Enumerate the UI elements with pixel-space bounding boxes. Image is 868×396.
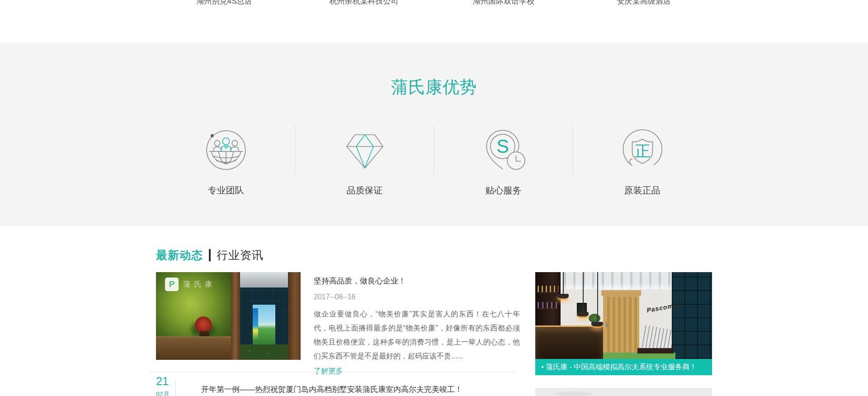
diamond-icon [341, 128, 389, 171]
read-more-link[interactable]: 了解更多 [314, 367, 343, 376]
featured-article: 坚持高品质，做良心企业！ 2017--08--16 做企业要做良心，“物美价廉”… [314, 276, 520, 376]
pendant-lamp [577, 272, 590, 318]
partner-item[interactable]: 杭州余杭某科技公司 [330, 0, 399, 6]
news-item-date-divider [175, 380, 176, 396]
green-carpet [603, 353, 675, 359]
feature-label: 专业团队 [156, 184, 295, 197]
featured-article-excerpt: 做企业要做良心，“物美价廉”其实是害人的东西！在七八十年代，电视上面播得最多的是… [314, 307, 520, 363]
news-item-month: 02月 [156, 391, 170, 396]
promo-image: Pascomm [535, 272, 712, 359]
service-pin-clock-icon: S [481, 127, 526, 172]
news-heading: 最新动态 行业资讯 [156, 248, 264, 263]
featured-article-title[interactable]: 坚持高品质，做良心企业！ [314, 276, 520, 286]
partner-item[interactable]: 湖州别克4S总店 [197, 0, 252, 6]
door-lintel [601, 290, 641, 296]
partner-item[interactable]: 湖州国际双语学校 [473, 0, 534, 6]
promo-banner[interactable]: Pascomm • 蒲氏康 - 中国高端模拟高尔夫系统专业服务商！ [535, 272, 712, 375]
wood-counter [156, 336, 231, 360]
feature-label: 品质保证 [295, 184, 434, 197]
pendant-lamp [591, 272, 604, 328]
feature-genuine: 正 原装正品 [573, 127, 712, 197]
door-handle [606, 323, 608, 327]
brand-wall-text: 蒲氏康 [183, 280, 216, 289]
feature-label: 原装正品 [573, 184, 712, 197]
news-item-day: 21 [156, 375, 169, 388]
icon-box: 正 [573, 127, 712, 173]
svg-text:S: S [496, 136, 509, 157]
advantages-title: 蒲氏康优势 [0, 42, 868, 99]
bottles-row [538, 302, 558, 309]
news-item-title[interactable]: 开年第一例——热烈祝贺厦门岛内高档别墅安装蒲氏康室内高尔夫完美竣工！ [201, 384, 462, 395]
partner-item[interactable]: 安庆某高级酒店 [617, 0, 671, 6]
icon-box [156, 127, 295, 173]
advantages-section: 蒲氏康优势 [0, 42, 868, 226]
svg-text:正: 正 [634, 142, 650, 160]
news-heading-primary: 最新动态 [156, 248, 203, 263]
icon-box: S [434, 127, 573, 173]
news-section: 最新动态 行业资讯 P 蒲氏康 坚持高品质，做良心企业！ 2017--08--1… [0, 226, 868, 396]
feature-team: 专业团队 [156, 127, 295, 197]
heading-divider-bar [209, 249, 211, 261]
brand-logo-badge: P [165, 278, 179, 291]
next-section-block [535, 388, 712, 396]
golf-screen-banner [253, 308, 258, 340]
bottles-row [538, 286, 558, 293]
featured-article-image[interactable]: P 蒲氏康 [156, 272, 301, 360]
featured-article-date: 2017--08--16 [314, 293, 520, 301]
wood-pillar [231, 272, 240, 360]
feature-quality: 品质保证 [295, 127, 434, 197]
icon-box [295, 127, 434, 173]
partners-strip: 湖州别克4S总店 杭州余杭某科技公司 湖州国际双语学校 安庆某高级酒店 [0, 0, 868, 42]
pendant-lamp [557, 272, 570, 300]
bar-counter [535, 325, 603, 359]
room-ceiling [240, 272, 288, 288]
green-turf-floor [240, 344, 288, 360]
golf-club-rack-base [637, 348, 674, 354]
genuine-shield-icon: 正 [620, 127, 665, 172]
padded-wall [672, 272, 712, 359]
wood-door [603, 296, 639, 356]
feature-service: S 贴心服务 [434, 127, 573, 197]
feature-label: 贴心服务 [434, 184, 573, 197]
promo-caption: • 蒲氏康 - 中国高端模拟高尔夫系统专业服务商！ [535, 359, 712, 375]
team-globe-icon [205, 129, 247, 170]
page: 湖州别克4S总店 杭州余杭某科技公司 湖州国际双语学校 安庆某高级酒店 蒲氏康优… [0, 0, 868, 396]
wood-door-edge [288, 272, 301, 360]
news-heading-secondary[interactable]: 行业资讯 [217, 248, 264, 263]
news-list-divider [149, 372, 515, 372]
advantages-row: 专业团队 品质保证 S [156, 127, 712, 197]
